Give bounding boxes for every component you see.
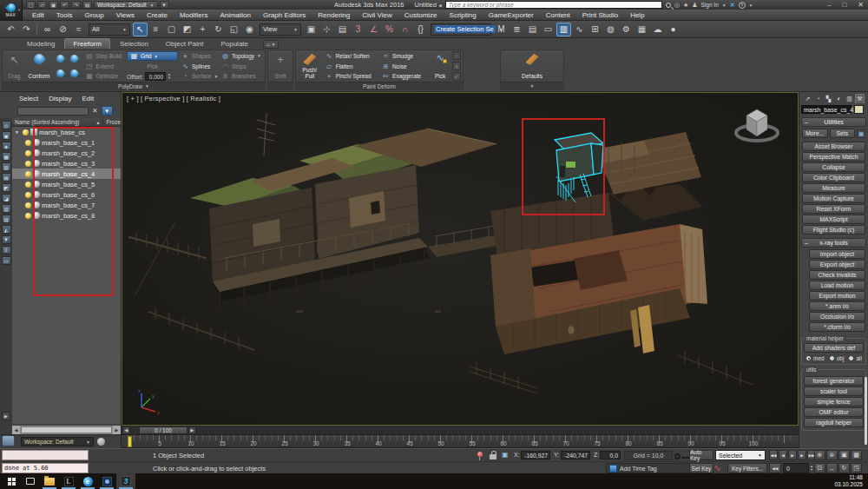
surface-button[interactable]: ◔Surface▼ [180,71,218,81]
angle-snap-icon[interactable]: ∠ [366,23,381,36]
frame-spinner-icon[interactable]: ▲▼ [810,465,813,472]
visibility-bulb-icon[interactable] [23,129,29,135]
y-coordinate-field[interactable]: -240,747 [561,451,590,459]
user-icon[interactable]: ♟ [692,1,697,9]
utility-button[interactable]: Measure [802,183,865,193]
utility-button[interactable]: Color Clipboard [802,173,865,182]
utilities-rollout-header[interactable]: –Utilities [801,117,866,127]
explorer-menu-item[interactable]: Display [49,95,71,102]
more-utilities-button[interactable]: More... [802,129,828,138]
workspace-selector[interactable]: Workspace: Default▼ [21,437,94,446]
maxscript-listener-output[interactable]: done at 5.60 [2,463,89,473]
select-and-link-icon[interactable]: ∞ [40,23,55,36]
add-shaders-def-button[interactable]: Add shaders def [804,343,864,353]
zoom-region-icon[interactable]: ⊡ [814,463,825,473]
bind-to-space-warp-icon[interactable]: ≈ [71,23,86,36]
utilities-tab-icon[interactable]: ⚒ [855,94,865,103]
ribbon-tab[interactable]: Populate [213,39,256,49]
x-coordinate-field[interactable]: -160,927 [521,451,550,459]
menu-item[interactable]: Customize [398,11,444,19]
radio-option[interactable]: med [806,355,825,361]
conform-variant-icon[interactable] [55,53,66,64]
absolute-mode-icon[interactable]: ▣ [502,451,509,459]
zoom-extents-icon[interactable]: ▣ [838,450,850,460]
text-editor-button[interactable]: L [59,473,78,489]
ribbon-tab[interactable]: Freeform [64,38,109,49]
workspace-globe-icon[interactable] [97,438,105,446]
next-frame-button[interactable]: ▶ [798,450,806,460]
snaps-toggle-icon[interactable]: 3 [351,23,365,36]
display-spacewarps-icon[interactable]: ▤ [2,173,11,182]
utility-button[interactable]: Reset XForm [802,204,865,214]
keyboard-shortcut-override-icon[interactable]: ▤ [335,23,350,36]
start-button[interactable] [2,473,21,489]
xray-tool-button[interactable]: *.cform i/o [809,322,865,332]
name-column-header[interactable]: Name (Sorted Ascending)▲ [12,119,103,125]
file-explorer-button[interactable] [40,473,59,489]
explorer-menu-item[interactable]: Edit [82,95,94,102]
menu-item[interactable]: Create [141,11,174,19]
go-to-start-button[interactable]: ◀◀ [769,450,778,460]
selection-filter-combo[interactable]: Selected▼ [715,450,766,460]
menu-item[interactable]: Rendering [312,11,356,19]
defaults-panel-label[interactable]: ▼ [501,82,563,89]
utility-button[interactable]: Perspective Match [802,152,865,162]
next-frame-arrow-icon[interactable]: ▶ [188,426,196,434]
explorer-horizontal-scrollbar[interactable]: ◀ ▶ [12,426,121,434]
radio-option[interactable]: obj [829,355,845,361]
sign-in-link[interactable]: Sign In [701,2,719,8]
display-geometry-icon[interactable]: ◎ [2,121,11,129]
visibility-bulb-icon[interactable] [25,213,31,219]
display-shapes-icon[interactable]: ▣ [2,131,11,140]
hierarchy-tab-icon[interactable]: ▚ [824,94,833,103]
ribbon-toggle-icon[interactable]: ▭ [541,23,556,36]
curve-editor-icon[interactable]: ∿ [572,23,587,36]
select-and-place-icon[interactable]: ◉ [242,23,257,36]
ribbon-tab[interactable]: Selection [112,39,156,49]
undo-quick-icon[interactable]: ↶ [60,1,69,9]
branches-button[interactable]: ⋔Branches [220,71,263,81]
motion-tab-icon[interactable]: ◐ [834,94,844,103]
menu-item[interactable]: Animation [214,11,257,19]
new-scene-icon[interactable]: ▢ [26,1,36,9]
utils-button[interactable]: forest generator [804,376,864,386]
exchange-apps-icon[interactable]: ✕ [730,1,735,9]
edit-named-selection-sets-icon[interactable]: {} [413,23,428,36]
panel-corner-button[interactable] [2,435,15,446]
time-slider-track[interactable]: ◀ 0 / 100 ▶ [122,426,799,435]
3ds-max-taskbar-button[interactable]: 3 [116,473,135,489]
drag-tool-button[interactable]: ↖Drag [4,51,24,81]
scroll-right-icon[interactable]: ▶ [113,426,121,434]
help-chevron-icon[interactable]: ▼ [749,3,753,8]
conform-variant-icon[interactable] [69,53,80,64]
create-tab-icon[interactable]: ↗ [803,94,812,103]
align-icon[interactable]: ≣ [510,23,524,36]
scroll-left-icon[interactable]: ◀ [12,426,20,434]
display-lights-icon[interactable]: ◈ [2,142,11,150]
object-color-swatch[interactable] [854,105,864,114]
display-bones-icon[interactable]: ▥ [2,204,11,213]
selection-filter-dropdown[interactable]: All▼ [89,23,130,36]
ribbon-tab[interactable]: Modeling [19,39,62,49]
menu-item[interactable]: Edit [26,11,50,19]
utility-sets-button[interactable]: Sets [830,129,856,138]
display-helpers-icon[interactable]: ▧ [2,162,11,171]
xray-tool-button[interactable]: Load motion [809,281,865,290]
zoom-icon[interactable]: ⊕ [814,450,825,460]
visibility-bulb-icon[interactable] [25,182,31,188]
panel-expand-button[interactable]: ▶ [2,412,10,420]
set-key-button[interactable]: Set Key [689,463,713,473]
explorer-search-input[interactable] [17,107,89,116]
undo-icon[interactable]: ↶ [3,23,18,36]
spinner-snap-icon[interactable]: ∩ [398,23,412,36]
search-icon[interactable] [666,3,671,8]
xray-tool-button[interactable]: Export motion [809,291,865,301]
xray-tool-button[interactable]: Occlusion i/o [809,312,865,321]
display-xrefs-icon[interactable]: ◪ [2,194,11,202]
previous-frame-arrow-icon[interactable]: ◀ [122,426,130,434]
ribbon-tab[interactable]: Object Paint [158,39,212,49]
utility-button[interactable]: Asset Browser [802,142,865,151]
previous-frame-button[interactable]: ◀ [779,450,787,460]
menu-item[interactable]: Tools [50,11,79,19]
conform-tool-button[interactable]: Conform [26,51,52,81]
